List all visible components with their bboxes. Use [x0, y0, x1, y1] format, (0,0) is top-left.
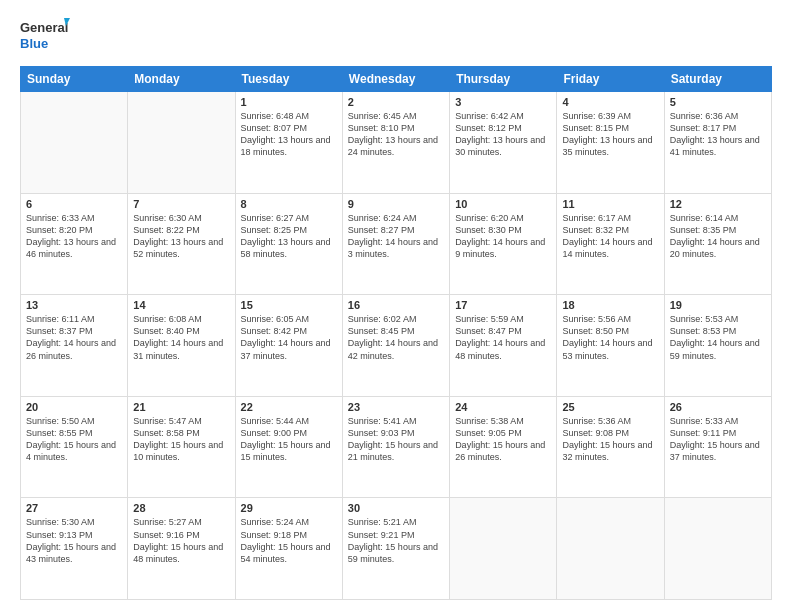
calendar-cell: 8Sunrise: 6:27 AM Sunset: 8:25 PM Daylig… — [235, 193, 342, 295]
calendar-cell — [450, 498, 557, 600]
day-number: 4 — [562, 96, 658, 108]
day-number: 27 — [26, 502, 122, 514]
day-number: 9 — [348, 198, 444, 210]
calendar-cell — [21, 92, 128, 194]
day-number: 7 — [133, 198, 229, 210]
calendar-cell: 14Sunrise: 6:08 AM Sunset: 8:40 PM Dayli… — [128, 295, 235, 397]
calendar-cell: 6Sunrise: 6:33 AM Sunset: 8:20 PM Daylig… — [21, 193, 128, 295]
day-number: 15 — [241, 299, 337, 311]
calendar-week-row: 27Sunrise: 5:30 AM Sunset: 9:13 PM Dayli… — [21, 498, 772, 600]
day-info: Sunrise: 5:36 AM Sunset: 9:08 PM Dayligh… — [562, 415, 658, 464]
page: General Blue SundayMondayTuesdayWednesda… — [0, 0, 792, 612]
day-info: Sunrise: 5:53 AM Sunset: 8:53 PM Dayligh… — [670, 313, 766, 362]
calendar-day-header: Monday — [128, 67, 235, 92]
day-number: 6 — [26, 198, 122, 210]
day-number: 21 — [133, 401, 229, 413]
calendar-week-row: 6Sunrise: 6:33 AM Sunset: 8:20 PM Daylig… — [21, 193, 772, 295]
day-info: Sunrise: 6:14 AM Sunset: 8:35 PM Dayligh… — [670, 212, 766, 261]
day-info: Sunrise: 6:17 AM Sunset: 8:32 PM Dayligh… — [562, 212, 658, 261]
calendar-cell: 19Sunrise: 5:53 AM Sunset: 8:53 PM Dayli… — [664, 295, 771, 397]
day-info: Sunrise: 6:42 AM Sunset: 8:12 PM Dayligh… — [455, 110, 551, 159]
day-info: Sunrise: 5:38 AM Sunset: 9:05 PM Dayligh… — [455, 415, 551, 464]
day-number: 2 — [348, 96, 444, 108]
calendar-day-header: Thursday — [450, 67, 557, 92]
calendar-cell — [557, 498, 664, 600]
calendar-cell: 9Sunrise: 6:24 AM Sunset: 8:27 PM Daylig… — [342, 193, 449, 295]
calendar-cell: 29Sunrise: 5:24 AM Sunset: 9:18 PM Dayli… — [235, 498, 342, 600]
day-info: Sunrise: 5:41 AM Sunset: 9:03 PM Dayligh… — [348, 415, 444, 464]
day-number: 8 — [241, 198, 337, 210]
day-number: 14 — [133, 299, 229, 311]
calendar-cell: 18Sunrise: 5:56 AM Sunset: 8:50 PM Dayli… — [557, 295, 664, 397]
logo-svg: General Blue — [20, 16, 70, 56]
calendar-cell: 21Sunrise: 5:47 AM Sunset: 8:58 PM Dayli… — [128, 396, 235, 498]
day-info: Sunrise: 5:33 AM Sunset: 9:11 PM Dayligh… — [670, 415, 766, 464]
logo: General Blue — [20, 16, 70, 56]
day-info: Sunrise: 6:30 AM Sunset: 8:22 PM Dayligh… — [133, 212, 229, 261]
calendar-cell: 20Sunrise: 5:50 AM Sunset: 8:55 PM Dayli… — [21, 396, 128, 498]
day-info: Sunrise: 6:36 AM Sunset: 8:17 PM Dayligh… — [670, 110, 766, 159]
calendar-cell: 27Sunrise: 5:30 AM Sunset: 9:13 PM Dayli… — [21, 498, 128, 600]
day-info: Sunrise: 5:56 AM Sunset: 8:50 PM Dayligh… — [562, 313, 658, 362]
calendar-cell: 2Sunrise: 6:45 AM Sunset: 8:10 PM Daylig… — [342, 92, 449, 194]
day-number: 26 — [670, 401, 766, 413]
calendar-cell: 26Sunrise: 5:33 AM Sunset: 9:11 PM Dayli… — [664, 396, 771, 498]
day-info: Sunrise: 6:11 AM Sunset: 8:37 PM Dayligh… — [26, 313, 122, 362]
calendar-week-row: 13Sunrise: 6:11 AM Sunset: 8:37 PM Dayli… — [21, 295, 772, 397]
calendar-cell: 4Sunrise: 6:39 AM Sunset: 8:15 PM Daylig… — [557, 92, 664, 194]
day-info: Sunrise: 6:02 AM Sunset: 8:45 PM Dayligh… — [348, 313, 444, 362]
svg-text:General: General — [20, 20, 68, 35]
day-number: 20 — [26, 401, 122, 413]
calendar-day-header: Friday — [557, 67, 664, 92]
calendar-cell: 25Sunrise: 5:36 AM Sunset: 9:08 PM Dayli… — [557, 396, 664, 498]
day-number: 11 — [562, 198, 658, 210]
day-info: Sunrise: 5:21 AM Sunset: 9:21 PM Dayligh… — [348, 516, 444, 565]
day-info: Sunrise: 6:08 AM Sunset: 8:40 PM Dayligh… — [133, 313, 229, 362]
calendar-cell: 22Sunrise: 5:44 AM Sunset: 9:00 PM Dayli… — [235, 396, 342, 498]
svg-text:Blue: Blue — [20, 36, 48, 51]
calendar-cell: 16Sunrise: 6:02 AM Sunset: 8:45 PM Dayli… — [342, 295, 449, 397]
calendar-cell: 23Sunrise: 5:41 AM Sunset: 9:03 PM Dayli… — [342, 396, 449, 498]
calendar-cell: 15Sunrise: 6:05 AM Sunset: 8:42 PM Dayli… — [235, 295, 342, 397]
calendar-cell — [128, 92, 235, 194]
day-info: Sunrise: 6:24 AM Sunset: 8:27 PM Dayligh… — [348, 212, 444, 261]
day-number: 1 — [241, 96, 337, 108]
day-number: 22 — [241, 401, 337, 413]
calendar-cell: 11Sunrise: 6:17 AM Sunset: 8:32 PM Dayli… — [557, 193, 664, 295]
calendar-week-row: 1Sunrise: 6:48 AM Sunset: 8:07 PM Daylig… — [21, 92, 772, 194]
day-number: 24 — [455, 401, 551, 413]
calendar-cell: 30Sunrise: 5:21 AM Sunset: 9:21 PM Dayli… — [342, 498, 449, 600]
calendar-cell: 28Sunrise: 5:27 AM Sunset: 9:16 PM Dayli… — [128, 498, 235, 600]
day-info: Sunrise: 5:27 AM Sunset: 9:16 PM Dayligh… — [133, 516, 229, 565]
calendar-header-row: SundayMondayTuesdayWednesdayThursdayFrid… — [21, 67, 772, 92]
day-info: Sunrise: 6:05 AM Sunset: 8:42 PM Dayligh… — [241, 313, 337, 362]
day-info: Sunrise: 6:20 AM Sunset: 8:30 PM Dayligh… — [455, 212, 551, 261]
calendar-cell — [664, 498, 771, 600]
calendar-cell: 12Sunrise: 6:14 AM Sunset: 8:35 PM Dayli… — [664, 193, 771, 295]
day-info: Sunrise: 5:30 AM Sunset: 9:13 PM Dayligh… — [26, 516, 122, 565]
calendar-cell: 3Sunrise: 6:42 AM Sunset: 8:12 PM Daylig… — [450, 92, 557, 194]
calendar-cell: 1Sunrise: 6:48 AM Sunset: 8:07 PM Daylig… — [235, 92, 342, 194]
calendar-day-header: Saturday — [664, 67, 771, 92]
day-number: 19 — [670, 299, 766, 311]
day-number: 18 — [562, 299, 658, 311]
calendar-day-header: Tuesday — [235, 67, 342, 92]
day-info: Sunrise: 6:48 AM Sunset: 8:07 PM Dayligh… — [241, 110, 337, 159]
day-info: Sunrise: 6:39 AM Sunset: 8:15 PM Dayligh… — [562, 110, 658, 159]
header: General Blue — [20, 16, 772, 56]
day-number: 12 — [670, 198, 766, 210]
day-number: 13 — [26, 299, 122, 311]
day-info: Sunrise: 6:33 AM Sunset: 8:20 PM Dayligh… — [26, 212, 122, 261]
day-number: 23 — [348, 401, 444, 413]
day-number: 5 — [670, 96, 766, 108]
day-number: 28 — [133, 502, 229, 514]
calendar-cell: 24Sunrise: 5:38 AM Sunset: 9:05 PM Dayli… — [450, 396, 557, 498]
day-number: 29 — [241, 502, 337, 514]
day-number: 17 — [455, 299, 551, 311]
calendar-week-row: 20Sunrise: 5:50 AM Sunset: 8:55 PM Dayli… — [21, 396, 772, 498]
day-info: Sunrise: 6:45 AM Sunset: 8:10 PM Dayligh… — [348, 110, 444, 159]
day-number: 3 — [455, 96, 551, 108]
day-number: 25 — [562, 401, 658, 413]
day-info: Sunrise: 6:27 AM Sunset: 8:25 PM Dayligh… — [241, 212, 337, 261]
calendar-cell: 13Sunrise: 6:11 AM Sunset: 8:37 PM Dayli… — [21, 295, 128, 397]
